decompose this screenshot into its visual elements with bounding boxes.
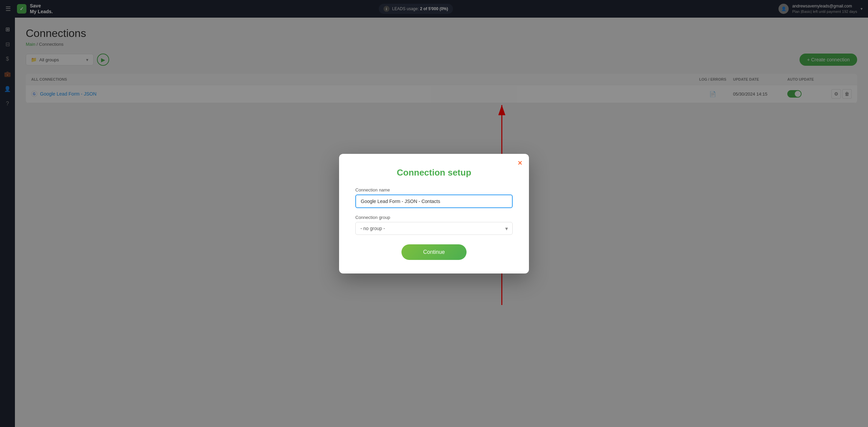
connection-group-select-wrapper: - no group - bbox=[355, 222, 513, 235]
modal-close-button[interactable]: × bbox=[518, 159, 522, 167]
modal-overlay[interactable]: × Connection setup Connection name Conne… bbox=[0, 0, 868, 427]
connection-name-label: Connection name bbox=[355, 187, 513, 192]
connection-group-group: Connection group - no group - bbox=[355, 215, 513, 235]
connection-group-select[interactable]: - no group - bbox=[355, 222, 513, 235]
connection-setup-modal: × Connection setup Connection name Conne… bbox=[339, 154, 529, 273]
continue-button[interactable]: Continue bbox=[401, 244, 467, 260]
connection-name-input[interactable] bbox=[355, 195, 513, 208]
connection-group-label: Connection group bbox=[355, 215, 513, 220]
connection-name-group: Connection name bbox=[355, 187, 513, 208]
modal-footer: Continue bbox=[355, 244, 513, 260]
modal-title: Connection setup bbox=[355, 167, 513, 178]
